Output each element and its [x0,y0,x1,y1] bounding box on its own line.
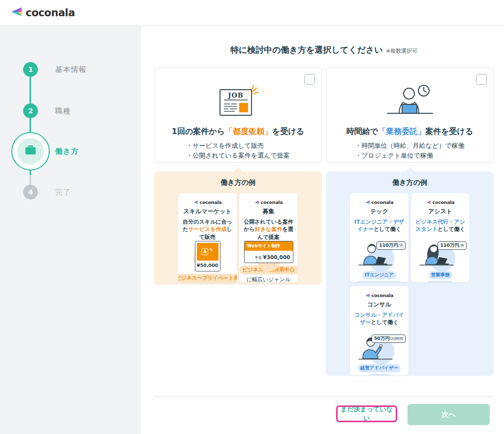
main-content: 特に検討中の働き方を選択してください※複数選択可 JOB [141,26,504,434]
step-label-basic-info: 基本情報 [55,65,87,74]
brand-text: coconala [200,200,222,205]
job-listing-thumbnail: Webサイト制作 予算¥300,000 [244,241,293,263]
service-name: 募集 [263,207,275,216]
example-card-assist: coconala アシスト ビジネス代行・アシスタントとして働く 110万円/月 [411,193,470,282]
badge-unit: /月 [459,243,464,248]
option-title-contract: 時間給で「業務委託」案件を受ける [326,127,493,137]
option-title-quote: 「業務委託」 [378,127,425,136]
card-description: コンサル・アドバイザーとして働く [353,311,406,333]
page-title-note: ※複数選択可 [386,48,417,54]
income-badge: 110万円/月 [438,241,467,250]
step-label-complete: 完了 [55,188,71,197]
desc-post: として働く [374,226,401,233]
budget-value: ¥300,000 [263,254,290,260]
brand-row: coconala [193,198,222,207]
checkbox-one-off-request[interactable] [304,74,315,85]
job-tags: 経営アドバイザー 事業開発 マーケター 等 [353,364,406,375]
onboarding-page: coconala 1 基本情報 2 職種 働き方 4 完了 [0,0,504,434]
brand-row: coconala [254,198,283,207]
step-circle-3-inner [17,138,44,165]
panel-pointer-up [233,167,243,172]
genre-pill: ビジネス〜プライベート系 [178,274,237,282]
step-number: 4 [28,188,33,196]
step-connector-3-4-top [30,170,31,175]
badge-unit: /20時間 [390,336,403,341]
card-description: ビジネス代行・アシスタントとして働く [414,218,467,240]
step-label-job-type: 職種 [55,106,71,116]
option-bullets-one-off: ・サービスを作成して販売 ・公開されている案件を選んで提案 [186,141,289,161]
step-label-work-style: 働き方 [55,147,79,156]
job-pill: 経営アドバイザー [358,364,401,372]
badge-unit: /月 [398,243,403,248]
worker-clock-illustration [326,79,493,124]
footer-divider [154,397,494,397]
income-badge: 110万円/月 [377,241,406,250]
bullet-item: ・サービスを作成して販売 [186,141,289,151]
example-card-tech: coconala テック ITエンジニア・デザイナーとして働く 110万円/月 [350,193,409,282]
desc-highlight: 好きな案件 [255,226,283,233]
work-style-options: JOB 1回の案件から「都度依頼」を受ける ・サービスを作成して販売 ・公開され… [154,67,494,163]
example-card-bosyu: coconala 募集 公開されている案件から好きな案件を選んで提案 Webサイ… [239,193,298,282]
stepper-sidebar: 1 基本情報 2 職種 働き方 4 完了 [0,26,141,434]
panel-cards: coconala テック ITエンジニア・デザイナーとして働く 110万円/月 [350,193,470,375]
panel-pointer-up [405,167,415,172]
undecided-button[interactable]: まだ決まっていない [336,405,397,422]
bullet-item: ・時間単位（時給、月給など）で稼働 [355,141,465,151]
bullet-item: ・プロジェクト単位で稼働 [355,151,465,161]
page-title: 特に検討中の働き方を選択してください [230,45,383,55]
step-number: 2 [28,107,33,115]
option-bullets-contract: ・時間単位（時給、月給など）で稼働 ・プロジェクト単位で稼働 [355,141,465,161]
example-panel-contract: 働き方の例 coconala テック ITエンジニア・デザイナーとして働く [326,171,494,376]
job-budget: 予算¥300,000 [245,251,293,263]
badge-value: 110万円 [379,242,398,248]
brand-text: coconala [372,293,394,298]
coconala-logo-text: coconala [26,7,75,19]
option-card-contract-work[interactable]: 時間給で「業務委託」案件を受ける ・時間単位（時給、月給など）で稼働 ・プロジェ… [326,67,494,163]
genre-tags: ビジネス〜プライベート系 [178,274,237,282]
card-description: 自分のスキルに合ったサービスを作成して販売 [181,218,234,240]
coconala-logo-icon [426,198,431,207]
example-panels: 働き方の例 coconala スキルマーケット 自分のスキルに合ったサービスを作… [154,171,494,376]
page-title-row: 特に検討中の働き方を選択してください※複数選択可 [154,44,494,56]
assistant-illustration: 110万円/月 [414,241,467,268]
job-pill: UI・UXデザイナー [356,281,402,282]
pencil-icon: ✎ [209,247,213,253]
next-button[interactable]: 次へ [408,404,490,425]
service-name: アシスト [428,207,452,216]
job-pill: 事業開発 [368,374,391,375]
brand-text: coconala [261,200,283,205]
checkbox-contract-work[interactable] [476,74,487,85]
coconala-logo-icon [365,198,370,207]
option-card-one-off-request[interactable]: JOB 1回の案件から「都度依頼」を受ける ・サービスを作成して販売 ・公開され… [154,67,322,163]
coconala-logo-icon [254,198,259,207]
panel-heading: 働き方の例 [154,178,322,187]
brand-text: coconala [372,200,394,205]
bullet-item: ・公開されている案件を選んで提案 [186,151,289,161]
example-card-skill-market: coconala スキルマーケット 自分のスキルに合ったサービスを作成して販売 … [178,193,237,282]
service-thumbnail: A ✎ ¥50,000 [195,241,220,271]
step-connector-3-4-bottom [30,175,31,185]
option-title-quote: 「都度依頼」 [225,127,272,136]
job-tags: ITエンジニア UI・UXデザイナー 等 [353,271,406,282]
service-card-illustration: A ✎ ¥50,000 [181,241,234,271]
brand-row: coconala [365,291,394,300]
desc-post: として働く [371,319,399,326]
step-connector-1-2 [30,77,31,103]
brand-row: coconala [365,198,394,207]
budget-label: 予算 [254,256,262,260]
desc-post: として働く [438,226,465,233]
coconala-logo[interactable]: coconala [11,6,75,20]
engineer-illustration: 110万円/月 [353,241,406,268]
job-listing-illustration: Webサイト制作 予算¥300,000 [242,241,295,263]
service-name: テック [370,207,388,216]
step-connector-2-3 [30,118,31,132]
briefcase-icon [24,144,37,158]
step-circle-4: 4 [23,185,38,200]
card-description: 公開されている案件から好きな案件を選んで提案 [242,218,295,240]
option-title-pre: 時間給で [346,127,378,136]
brand-text: coconala [433,200,455,205]
badge-value: 110万円 [440,242,459,248]
thumbnail-image: A ✎ [197,243,219,261]
panel-cards: coconala スキルマーケット 自分のスキルに合ったサービスを作成して販売 … [178,193,298,282]
option-title-post: 案件を受ける [425,127,473,136]
